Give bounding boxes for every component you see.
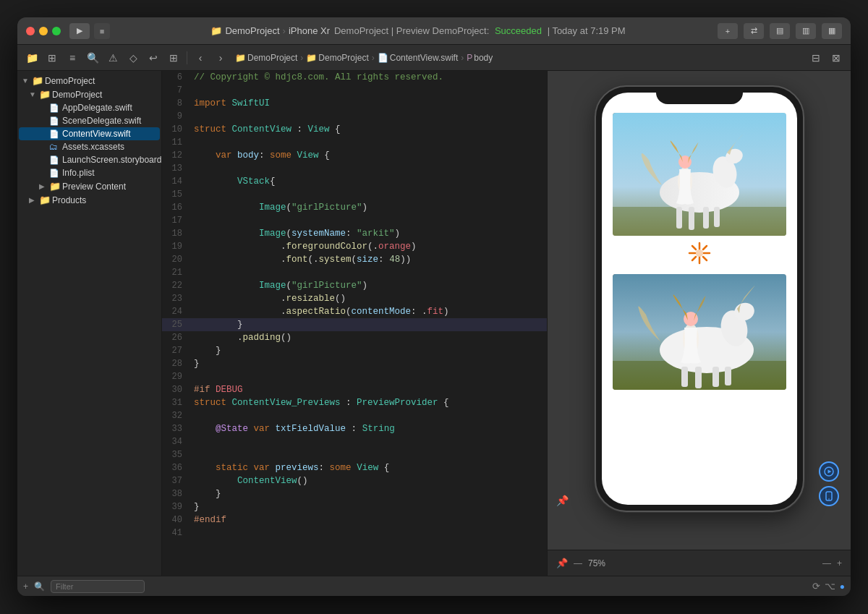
zoom-in-icon[interactable]: + bbox=[837, 558, 842, 568]
zoom-out-icon[interactable]: — bbox=[822, 558, 831, 568]
play-icon bbox=[824, 466, 834, 477]
code-line-38: 38 } bbox=[162, 487, 547, 500]
code-line-17: 17 bbox=[162, 214, 547, 227]
code-line-22: 22 Image("girlPicture") bbox=[162, 279, 547, 292]
svg-line-17 bbox=[703, 246, 707, 250]
preview-footer: 📌 — 75% — + bbox=[548, 550, 851, 576]
svg-rect-26 bbox=[695, 367, 702, 388]
code-line-9: 9 bbox=[162, 110, 547, 123]
sidebar-item-preview-content[interactable]: ▶ 📁 Preview Content bbox=[19, 179, 160, 193]
titlebar-center: 📁 DemoProject › iPhone Xr DemoProject | … bbox=[119, 25, 718, 36]
screen-content bbox=[602, 93, 797, 505]
grid-icon[interactable]: ⊞ bbox=[165, 49, 182, 67]
warning-icon[interactable]: ⚠ bbox=[104, 49, 122, 67]
code-editor[interactable]: 6 // Copyright © hdjc8.com. All rights r… bbox=[162, 71, 547, 576]
device-icon bbox=[824, 491, 834, 501]
search-icon[interactable]: 🔍 bbox=[84, 49, 101, 67]
scheme-selector[interactable]: 📁 DemoProject › iPhone Xr bbox=[210, 25, 330, 36]
svg-line-15 bbox=[692, 246, 696, 250]
stop-button[interactable]: ■ bbox=[94, 23, 110, 39]
code-line-6: 6 // Copyright © hdjc8.com. All rights r… bbox=[162, 71, 547, 84]
xcode-window: ▶ ■ 📁 DemoProject › iPhone Xr DemoProjec… bbox=[17, 17, 851, 596]
traffic-lights bbox=[26, 27, 61, 35]
layout-3-button[interactable]: ▦ bbox=[822, 23, 842, 39]
code-line-30: 30 #if DEBUG bbox=[162, 383, 547, 396]
sidebar-item-scenedelegate[interactable]: 📄 SceneDelegate.swift bbox=[19, 114, 160, 127]
sidebar-item-label: DemoProject bbox=[45, 76, 157, 86]
minimize-button[interactable] bbox=[39, 27, 48, 35]
folder-icon: 🗂 bbox=[49, 142, 62, 152]
folder-icon[interactable]: 📁 bbox=[23, 49, 41, 67]
swift-file-icon: 📄 bbox=[49, 116, 62, 126]
maximize-button[interactable] bbox=[52, 27, 61, 35]
svg-rect-7 bbox=[703, 207, 709, 229]
symbol-icon: P bbox=[467, 53, 472, 63]
add-file-icon[interactable]: + bbox=[23, 581, 28, 592]
filter-input[interactable] bbox=[51, 580, 145, 593]
preview-footer-right: — + bbox=[822, 558, 842, 568]
sidebar-item-label: DemoProject bbox=[52, 90, 157, 100]
hierarchy-icon[interactable]: ⊞ bbox=[43, 49, 61, 67]
toolbar: 📁 ⊞ ≡ 🔍 ⚠ ◇ ↩ ⊞ ‹ › 📁 DemoProject › 📁 De… bbox=[17, 45, 851, 71]
close-button[interactable] bbox=[26, 27, 35, 35]
sidebar-item-label: Products bbox=[52, 195, 157, 205]
svg-rect-8 bbox=[714, 207, 720, 227]
code-line-26: 26 .padding() bbox=[162, 331, 547, 344]
code-line-10: 10 struct ContentView : View { bbox=[162, 123, 547, 136]
sidebar-item-label: LaunchScreen.storyboard bbox=[62, 155, 161, 165]
notch bbox=[656, 87, 743, 104]
code-line-39: 39 } bbox=[162, 500, 547, 513]
sidebar-item-contentview[interactable]: 📄 ContentView.swift bbox=[19, 127, 160, 140]
collapse-arrow: ▶ bbox=[39, 182, 49, 190]
code-line-29: 29 bbox=[162, 370, 547, 383]
history-icon[interactable]: ⟳ bbox=[812, 581, 820, 592]
project-navigator: ▼ 📁 DemoProject ▼ 📁 DemoProject 📄 AppDel… bbox=[17, 71, 162, 576]
jump-button[interactable]: ⇄ bbox=[744, 23, 764, 39]
layout-2-button[interactable]: ▥ bbox=[796, 23, 816, 39]
bookmark-icon[interactable]: ◇ bbox=[124, 49, 142, 67]
svg-marker-32 bbox=[828, 470, 832, 474]
arrow-icon[interactable]: ↩ bbox=[145, 49, 162, 67]
code-line-34: 34 bbox=[162, 435, 547, 448]
svg-line-18 bbox=[692, 257, 696, 260]
module-folder-icon: 📁 bbox=[306, 53, 317, 63]
titlebar-right: + ⇄ ▤ ▥ ▦ bbox=[718, 23, 842, 39]
inspector-icon[interactable]: ⊟ bbox=[807, 49, 825, 67]
code-line-36: 36 static var previews: some View { bbox=[162, 461, 547, 474]
sidebar-item-infoplist[interactable]: 📄 Info.plist bbox=[19, 166, 160, 179]
folder-icon: 📁 bbox=[32, 75, 45, 86]
bottom-bar: + 🔍 ⟳ ⌥ ● bbox=[17, 576, 851, 596]
sidebar-item-launchscreen[interactable]: 📄 LaunchScreen.storyboard bbox=[19, 153, 160, 166]
sidebar-item-products[interactable]: ▶ 📁 Products bbox=[19, 193, 160, 207]
branch-icon[interactable]: ⌥ bbox=[825, 581, 835, 592]
code-line-7: 7 bbox=[162, 84, 547, 97]
breadcrumb-file: ContentView.swift bbox=[390, 53, 459, 63]
preview-canvas: 📌 bbox=[548, 71, 851, 550]
code-line-32: 32 bbox=[162, 409, 547, 422]
layout-1-button[interactable]: ▤ bbox=[770, 23, 790, 39]
sidebar-item-label: SceneDelegate.swift bbox=[62, 116, 157, 126]
utility-icon[interactable]: ⊠ bbox=[827, 49, 845, 67]
sidebar-item-demoproject[interactable]: ▼ 📁 DemoProject bbox=[19, 88, 160, 101]
filter-icon[interactable]: 🔍 bbox=[34, 581, 45, 592]
pin-icon: 📌 bbox=[556, 495, 569, 506]
code-line-40: 40 #endif bbox=[162, 513, 547, 526]
back-nav-icon[interactable]: ‹ bbox=[192, 49, 209, 67]
source-icon[interactable]: ≡ bbox=[64, 49, 81, 67]
sidebar-item-appdelegate[interactable]: 📄 AppDelegate.swift bbox=[19, 101, 160, 114]
preview-device-button[interactable] bbox=[819, 486, 839, 506]
run-button[interactable]: ▶ bbox=[69, 23, 90, 39]
code-line-27: 27 } bbox=[162, 344, 547, 357]
storyboard-icon: 📄 bbox=[49, 155, 62, 165]
sidebar-item-assets[interactable]: 🗂 Assets.xcassets bbox=[19, 140, 160, 153]
code-line-16: 16 Image("girlPicture") bbox=[162, 201, 547, 214]
code-line-25: 25 } bbox=[162, 318, 547, 331]
code-line-12: 12 var body: some View { bbox=[162, 149, 547, 162]
preview-play-button[interactable] bbox=[819, 461, 839, 482]
folder-icon: 📁 bbox=[49, 181, 62, 192]
sidebar-item-root[interactable]: ▼ 📁 DemoProject bbox=[19, 74, 160, 88]
add-button[interactable]: + bbox=[718, 23, 738, 39]
svg-rect-28 bbox=[725, 367, 731, 385]
titlebar: ▶ ■ 📁 DemoProject › iPhone Xr DemoProjec… bbox=[17, 17, 851, 45]
forward-nav-icon[interactable]: › bbox=[212, 49, 229, 67]
